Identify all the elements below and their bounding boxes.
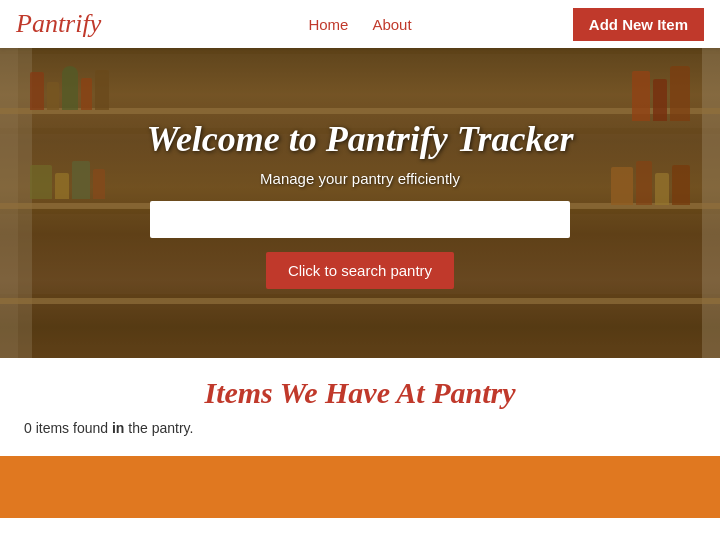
add-new-item-button[interactable]: Add New Item bbox=[573, 8, 704, 41]
hero-section: Welcome to Pantrify Tracker Manage your … bbox=[0, 48, 720, 358]
app-logo: Pantrify bbox=[16, 9, 101, 39]
hero-subtitle: Manage your pantry efficiently bbox=[20, 170, 700, 187]
footer-bar bbox=[0, 456, 720, 518]
pantry-items-section: Items We Have At Pantry 0 items found in… bbox=[0, 358, 720, 456]
nav-link-about[interactable]: About bbox=[372, 16, 411, 33]
hero-title: Welcome to Pantrify Tracker bbox=[20, 118, 700, 160]
pantry-count: 0 items found in the pantry. bbox=[24, 420, 696, 436]
pantry-count-suffix: the pantry. bbox=[124, 420, 193, 436]
pantry-section-title: Items We Have At Pantry bbox=[24, 376, 696, 410]
hero-content: Welcome to Pantrify Tracker Manage your … bbox=[0, 118, 720, 289]
navbar: Pantrify Home About Add New Item bbox=[0, 0, 720, 48]
pantry-count-prefix: 0 items found bbox=[24, 420, 112, 436]
nav-links: Home About bbox=[308, 16, 411, 33]
search-input[interactable] bbox=[150, 201, 570, 238]
search-button[interactable]: Click to search pantry bbox=[266, 252, 454, 289]
pantry-count-in: in bbox=[112, 420, 124, 436]
nav-link-home[interactable]: Home bbox=[308, 16, 348, 33]
